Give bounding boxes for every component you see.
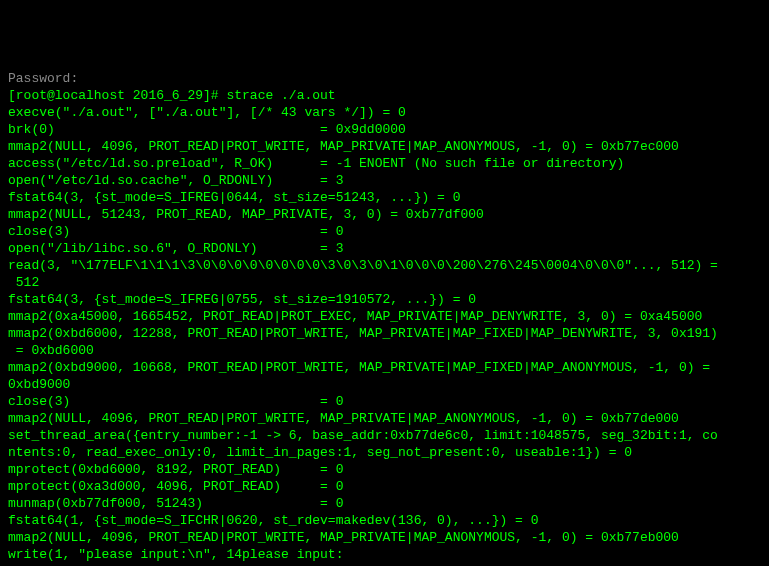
terminal-line: mmap2(0xa45000, 1665452, PROT_READ|PROT_…: [8, 308, 761, 325]
terminal-line: open("/lib/libc.so.6", O_RDONLY) = 3: [8, 240, 761, 257]
terminal-line: write(1, "please input:\n", 14please inp…: [8, 546, 761, 563]
terminal-line: mprotect(0xbd6000, 8192, PROT_READ) = 0: [8, 461, 761, 478]
terminal-line: open("/etc/ld.so.cache", O_RDONLY) = 3: [8, 172, 761, 189]
terminal-line: Password:: [8, 70, 761, 87]
terminal-output[interactable]: Password:[root@localhost 2016_6_29]# str…: [8, 70, 761, 563]
terminal-line: close(3) = 0: [8, 223, 761, 240]
terminal-line: mmap2(NULL, 4096, PROT_READ|PROT_WRITE, …: [8, 410, 761, 427]
terminal-line: [root@localhost 2016_6_29]# strace ./a.o…: [8, 87, 761, 104]
terminal-line: execve("./a.out", ["./a.out"], [/* 43 va…: [8, 104, 761, 121]
terminal-line: mmap2(NULL, 51243, PROT_READ, MAP_PRIVAT…: [8, 206, 761, 223]
terminal-line: mmap2(0xbd9000, 10668, PROT_READ|PROT_WR…: [8, 359, 761, 393]
terminal-line: mmap2(NULL, 4096, PROT_READ|PROT_WRITE, …: [8, 138, 761, 155]
terminal-line: mprotect(0xa3d000, 4096, PROT_READ) = 0: [8, 478, 761, 495]
terminal-line: fstat64(3, {st_mode=S_IFREG|0755, st_siz…: [8, 291, 761, 308]
terminal-line: fstat64(3, {st_mode=S_IFREG|0644, st_siz…: [8, 189, 761, 206]
terminal-line: mmap2(0xbd6000, 12288, PROT_READ|PROT_WR…: [8, 325, 761, 359]
terminal-line: access("/etc/ld.so.preload", R_OK) = -1 …: [8, 155, 761, 172]
terminal-line: set_thread_area({entry_number:-1 -> 6, b…: [8, 427, 761, 461]
terminal-line: close(3) = 0: [8, 393, 761, 410]
terminal-line: brk(0) = 0x9dd0000: [8, 121, 761, 138]
terminal-line: mmap2(NULL, 4096, PROT_READ|PROT_WRITE, …: [8, 529, 761, 546]
terminal-line: fstat64(1, {st_mode=S_IFCHR|0620, st_rde…: [8, 512, 761, 529]
terminal-line: munmap(0xb77df000, 51243) = 0: [8, 495, 761, 512]
terminal-line: read(3, "\177ELF\1\1\1\3\0\0\0\0\0\0\0\0…: [8, 257, 761, 291]
